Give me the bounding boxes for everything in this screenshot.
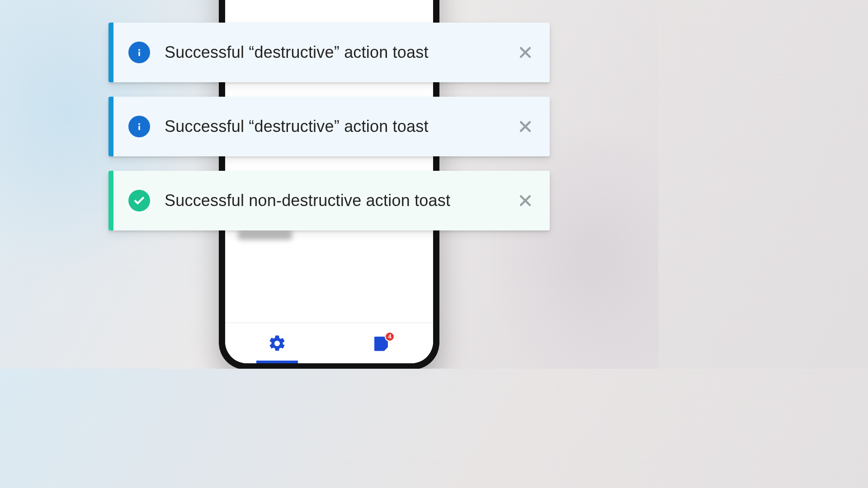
notification-badge: 4 — [385, 332, 395, 342]
toast-accent-stripe — [108, 97, 113, 156]
check-icon — [128, 190, 150, 211]
close-icon — [518, 119, 533, 134]
toast-info: Successful “destructive” action toast — [108, 23, 550, 82]
svg-point-0 — [138, 49, 140, 51]
toast-success: Successful non-destructive action toast — [108, 171, 550, 230]
toast-message: Successful “destructive” action toast — [165, 117, 516, 136]
close-icon — [518, 45, 533, 60]
svg-rect-3 — [138, 126, 140, 130]
toast-stack: Successful “destructive” action toast Su… — [108, 23, 550, 230]
svg-rect-1 — [138, 52, 140, 56]
info-icon — [128, 42, 150, 63]
toast-message: Successful non-destructive action toast — [165, 191, 516, 210]
toast-info: Successful “destructive” action toast — [108, 97, 550, 156]
bottom-nav: 4 — [225, 323, 433, 363]
gear-icon — [268, 334, 287, 353]
toast-close-button[interactable] — [516, 192, 534, 210]
note-icon: 4 — [372, 334, 390, 352]
toast-accent-stripe — [108, 23, 113, 82]
svg-point-2 — [138, 123, 140, 125]
toast-close-button[interactable] — [516, 43, 534, 61]
toast-accent-stripe — [108, 171, 113, 230]
nav-settings[interactable] — [225, 323, 329, 363]
info-icon — [128, 116, 150, 137]
blur-text — [238, 230, 292, 240]
toast-close-button[interactable] — [516, 117, 534, 136]
toast-message: Successful “destructive” action toast — [165, 43, 516, 62]
close-icon — [518, 193, 533, 208]
nav-notes[interactable]: 4 — [329, 323, 433, 363]
